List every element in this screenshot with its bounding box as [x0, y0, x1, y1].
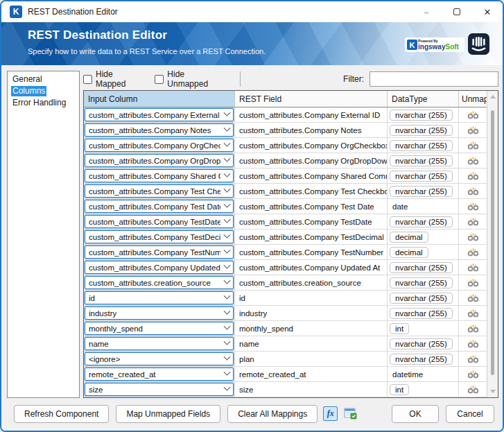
unmap-button[interactable]: [459, 321, 487, 336]
checkbox-icon: [155, 75, 164, 84]
unmap-button[interactable]: [459, 199, 487, 214]
unmap-button[interactable]: [459, 230, 487, 244]
unmap-broken-link-icon: [467, 156, 479, 166]
data-type-value[interactable]: datetime: [388, 370, 428, 379]
data-type-value[interactable]: nvarchar (255): [390, 262, 453, 273]
unmap-broken-link-icon: [467, 370, 479, 379]
preview-form-button[interactable]: [343, 406, 358, 421]
chevron-down-icon: [224, 155, 231, 162]
hide-mapped-checkbox[interactable]: Hide Mapped: [83, 69, 145, 89]
unmap-button[interactable]: [459, 306, 487, 320]
unmap-broken-link-icon: [467, 187, 479, 196]
input-column-combobox[interactable]: monthly_spend: [85, 322, 234, 335]
input-column-combobox[interactable]: custom_attributes.Company TestDate: [85, 215, 234, 228]
input-column-combobox[interactable]: custom_attributes.Company TestDeci...: [85, 230, 234, 243]
input-column-combobox[interactable]: custom_attributes.Company OrgChec...: [85, 139, 234, 152]
unmap-button[interactable]: [459, 260, 487, 275]
maximize-button[interactable]: [442, 1, 472, 22]
input-column-combobox[interactable]: custom_attributes.Company TestNum...: [85, 245, 234, 259]
minimize-button[interactable]: –: [411, 1, 442, 22]
data-type-value[interactable]: date: [388, 202, 412, 211]
clear-all-mappings-button[interactable]: Clear All Mappings: [227, 405, 318, 423]
unmap-button[interactable]: [459, 107, 487, 122]
chevron-down-icon: [224, 384, 231, 391]
kingswaysoft-k-icon: K: [407, 40, 417, 50]
hide-unmapped-checkbox[interactable]: Hide Unmapped: [155, 69, 227, 89]
data-type-value[interactable]: nvarchar (255): [390, 354, 453, 365]
data-type-value[interactable]: nvarchar (255): [390, 216, 453, 227]
grid-header: Input Column REST Field DataType Unmap: [84, 91, 487, 107]
data-type-value[interactable]: int: [390, 384, 409, 395]
map-unmapped-fields-button[interactable]: Map Unmapped Fields: [116, 405, 220, 423]
unmap-button[interactable]: [459, 352, 487, 366]
unmap-button[interactable]: [459, 367, 487, 381]
input-column-combobox[interactable]: <ignore>: [85, 352, 234, 365]
column-header-input-column[interactable]: Input Column: [84, 91, 235, 107]
column-header-unmap[interactable]: Unmap: [459, 91, 487, 107]
unmap-button[interactable]: [459, 382, 487, 397]
data-type-value[interactable]: nvarchar (255): [390, 186, 453, 197]
input-column-combobox[interactable]: custom_attributes.Company Test Date: [85, 200, 234, 213]
input-column-combobox[interactable]: remote_created_at: [85, 368, 234, 381]
scrollbar-thumb[interactable]: [491, 110, 494, 375]
unmap-button[interactable]: [459, 169, 487, 183]
unmap-button[interactable]: [459, 138, 487, 153]
data-type-value[interactable]: nvarchar (255): [390, 110, 453, 121]
input-column-combobox[interactable]: name: [85, 337, 234, 350]
input-column-combobox[interactable]: industry: [85, 306, 234, 320]
column-header-datatype[interactable]: DataType: [388, 91, 459, 107]
data-type-value[interactable]: decimal: [390, 247, 428, 258]
data-type-value[interactable]: int: [390, 323, 409, 334]
rest-field-cell: id: [235, 291, 388, 305]
sidebar-item-columns[interactable]: Columns: [8, 85, 79, 97]
chevron-down-icon: [224, 171, 231, 178]
input-column-combobox[interactable]: custom_attributes.Company External ID: [85, 108, 234, 121]
input-column-combobox[interactable]: custom_attributes.Company OrgDrop...: [85, 154, 234, 167]
input-column-combobox[interactable]: custom_attributes.Company Updated At: [85, 261, 234, 274]
data-type-value[interactable]: nvarchar (255): [390, 308, 453, 319]
fx-icon: fx: [327, 408, 334, 419]
unmap-broken-link-icon: [467, 385, 479, 395]
rest-field-cell: custom_attributes.Company OrgDropDown: [235, 153, 388, 168]
data-type-value[interactable]: nvarchar (255): [390, 125, 453, 136]
chevron-down-icon: [224, 354, 231, 361]
close-button[interactable]: ✕: [472, 1, 503, 22]
unmap-broken-link-icon: [467, 110, 479, 120]
data-type-value[interactable]: nvarchar (255): [390, 293, 453, 304]
data-type-value[interactable]: nvarchar (255): [390, 338, 453, 349]
data-type-value[interactable]: nvarchar (255): [390, 155, 453, 166]
data-type-value[interactable]: nvarchar (255): [390, 277, 453, 288]
scroll-up-icon[interactable]: [490, 95, 496, 98]
expression-fx-button[interactable]: fx: [323, 406, 338, 421]
data-type-value[interactable]: nvarchar (255): [390, 171, 453, 182]
refresh-component-button[interactable]: Refresh Component: [14, 405, 109, 423]
input-column-combobox[interactable]: size: [85, 383, 234, 396]
input-column-combobox[interactable]: custom_attributes.creation_source: [85, 276, 234, 289]
scroll-down-icon[interactable]: [490, 390, 496, 393]
input-column-combobox[interactable]: custom_attributes.Company Test Che...: [85, 184, 234, 198]
rest-destination-editor-window: K REST Destination Editor – ✕ REST Desti…: [0, 0, 504, 432]
input-column-combobox[interactable]: id: [85, 291, 234, 304]
chevron-down-icon: [224, 201, 231, 208]
data-type-value[interactable]: decimal: [390, 232, 428, 243]
input-column-combobox[interactable]: custom_attributes.Company Notes: [85, 123, 234, 137]
data-type-value[interactable]: nvarchar (255): [390, 140, 453, 151]
vertical-scrollbar[interactable]: [487, 91, 498, 397]
unmap-button[interactable]: [459, 275, 487, 290]
unmap-button[interactable]: [459, 336, 487, 351]
column-header-rest-field[interactable]: REST Field: [235, 91, 388, 107]
unmap-broken-link-icon: [467, 171, 479, 181]
filter-input[interactable]: [370, 71, 498, 87]
unmap-button[interactable]: [459, 214, 487, 229]
unmap-button[interactable]: [459, 123, 487, 137]
ok-button[interactable]: OK: [392, 405, 439, 423]
sidebar-item-error-handling[interactable]: Error Handling: [8, 97, 79, 109]
unmap-button[interactable]: [459, 291, 487, 305]
cancel-button[interactable]: Cancel: [446, 405, 494, 423]
unmap-button[interactable]: [459, 184, 487, 198]
unmap-button[interactable]: [459, 245, 487, 259]
unmap-button[interactable]: [459, 153, 487, 168]
unmap-broken-link-icon: [467, 263, 479, 273]
sidebar-item-general[interactable]: General: [8, 74, 79, 85]
input-column-combobox[interactable]: custom_attributes.Company Shared C...: [85, 169, 234, 182]
